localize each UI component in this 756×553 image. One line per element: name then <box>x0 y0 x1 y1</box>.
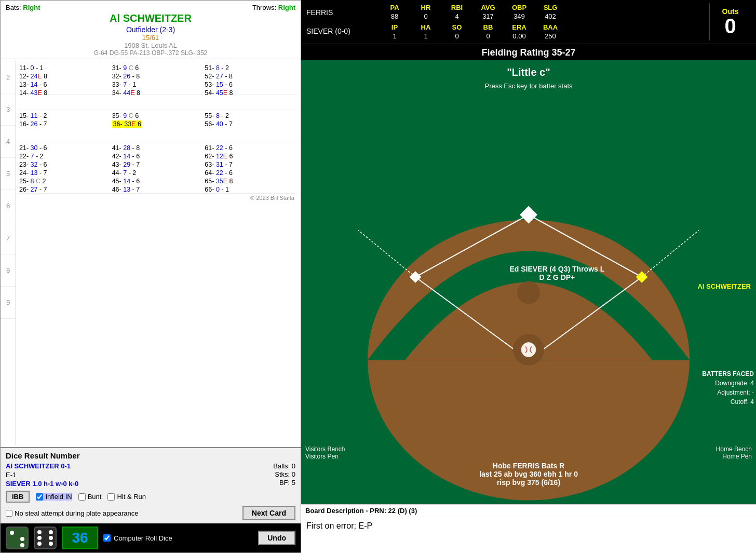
fielding-rating: Fielding Rating 35-27 <box>301 44 756 60</box>
error-line: E-1 <box>6 471 78 479</box>
computer-roll-toggle[interactable]: Computer Roll Dice <box>103 534 172 542</box>
row-num-4: 4 <box>1 126 16 158</box>
entry-42: 42- 14 - 6 <box>112 153 205 160</box>
board-desc-content: First on error; E-P <box>301 517 756 553</box>
infield-in-text: Infield IN <box>45 493 72 501</box>
player-name: Al SCHWEITZER <box>6 12 295 24</box>
dot <box>49 536 53 540</box>
row-num-5: 5 <box>1 158 16 190</box>
entry-25: 25- 8 C 2 <box>19 178 112 185</box>
pa-header: PA <box>379 3 410 12</box>
team2-name: SIEVER (0-0) <box>306 27 371 35</box>
no-steal-label[interactable]: No steal attempt during plate appearance <box>6 509 139 517</box>
field-container: "Little c" Press Esc key for batter stat… <box>301 60 756 504</box>
bats-info: Bats: Right <box>6 4 40 11</box>
hit-run-text: Hit & Run <box>117 493 146 501</box>
entry-44: 44- 7 - 2 <box>112 169 205 177</box>
dot <box>37 536 42 540</box>
player-card-num: 15/61 <box>6 34 295 42</box>
computer-roll-label: Computer Roll Dice <box>114 534 172 542</box>
row-num-9: 9 <box>1 287 16 319</box>
outs-box: Outs 0 <box>709 3 751 41</box>
infield-in-checkbox[interactable] <box>36 493 43 501</box>
entry-61: 61- 22 - 6 <box>205 144 298 152</box>
card-rows: 2 3 4 5 6 7 8 9 11- 0 - 1 12- 24E 8 13- … <box>1 59 301 447</box>
hit-run-label[interactable]: Hit & Run <box>107 493 146 501</box>
entry-66: 66- 0 - 1 <box>205 186 298 193</box>
card-col-15: 15- 11 - 2 16- 26 - 7 <box>19 112 112 128</box>
so-header: SO <box>441 23 473 32</box>
bf-count: BF: 5 <box>273 479 295 487</box>
die-2[interactable] <box>34 527 57 549</box>
dot <box>20 537 24 541</box>
bats-label: Bats: <box>6 4 21 11</box>
card-col-3: 51- 8 - 2 52- 27 - 8 53- 15 - 6 54- 45E … <box>205 64 298 97</box>
dot <box>37 542 42 546</box>
bunt-checkbox[interactable] <box>78 493 86 501</box>
schweitzer-line: Al SCHWEITZER 0-1 <box>6 462 78 470</box>
entry-24: 24- 13 - 7 <box>19 169 112 177</box>
computer-roll-checkbox[interactable] <box>103 534 111 542</box>
entry-33: 33- 7 - 1 <box>112 81 205 88</box>
rbi-header: RBI <box>441 3 473 12</box>
player-team: 1908 St. Louis AL <box>6 42 295 49</box>
siever-stats: IP HA SO BB ERA BAA 1 1 0 0 0.00 250 <box>379 23 709 41</box>
hr-header: HR <box>410 3 441 12</box>
ha-val: 1 <box>410 32 441 41</box>
die-1[interactable] <box>6 527 29 549</box>
dot <box>37 530 42 534</box>
entry-64: 64- 22 - 6 <box>205 169 298 177</box>
ibb-button[interactable]: IBB <box>6 491 30 503</box>
copyright: © 2023 Bill Staffa <box>19 194 298 202</box>
row-num-3: 3 <box>1 93 16 126</box>
bunt-label[interactable]: Bunt <box>78 493 102 501</box>
entry-45: 45- 14 - 6 <box>112 178 205 185</box>
entry-11: 11- 0 - 1 <box>19 64 112 72</box>
dice-result-box: 36 <box>62 527 98 549</box>
entry-23: 23- 32 - 6 <box>19 161 112 168</box>
hit-run-checkbox[interactable] <box>107 493 115 501</box>
infield-in-label[interactable]: Infield IN <box>36 493 72 501</box>
no-steal-checkbox[interactable] <box>6 510 12 517</box>
bb-header: BB <box>473 23 504 32</box>
slg-header: SLG <box>535 3 566 12</box>
era-val: 0.00 <box>504 32 535 41</box>
bunt-text: Bunt <box>88 493 102 501</box>
row-num-7: 7 <box>1 222 16 254</box>
undo-button[interactable]: Undo <box>258 531 295 545</box>
entry-35: 35- 9 C 6 <box>112 112 205 119</box>
entry-43: 43- 29 - 7 <box>112 161 205 168</box>
siever-line: SIEVER 1.0 h-1 w-0 k-0 <box>6 480 78 488</box>
left-panel: Bats: Right Throws: Right Al SCHWEITZER … <box>0 0 301 553</box>
era-header: ERA <box>504 23 535 32</box>
card-row-2: 11- 0 - 1 12- 24E 8 13- 14 - 6 14- 43E 8… <box>19 62 298 95</box>
throws-label: Throws: <box>252 4 276 11</box>
card-col-41: 41- 28 - 8 42- 14 - 6 43- 29 - 7 44- 7 -… <box>112 144 205 193</box>
obp-val: 349 <box>504 12 535 21</box>
entry-41: 41- 28 - 8 <box>112 144 205 152</box>
slg-val: 402 <box>535 12 566 21</box>
dot <box>20 543 24 547</box>
card-col-55: 55- 8 - 2 56- 40 - 7 <box>205 112 298 128</box>
entry-12: 12- 24E 8 <box>19 73 112 80</box>
dot <box>10 531 14 535</box>
entry-52: 52- 27 - 8 <box>205 73 298 80</box>
ip-val: 1 <box>379 32 410 41</box>
throws-info: Throws: Right <box>252 4 295 11</box>
next-card-button[interactable]: Next Card <box>242 506 295 520</box>
entry-55: 55- 8 - 2 <box>205 112 298 119</box>
row-num-2: 2 <box>1 61 16 93</box>
entry-62: 62- 12E 6 <box>205 153 298 160</box>
dice-result-details: Al SCHWEITZER 0-1 E-1 SIEVER 1.0 h-1 w-0… <box>6 462 295 488</box>
baa-val: 250 <box>535 32 566 41</box>
obp-header: OBP <box>504 3 535 12</box>
scoreboard: FERRIS SIEVER (0-0) PA HR RBI AVG OBP SL… <box>301 0 756 44</box>
entry-51: 51- 8 - 2 <box>205 64 298 72</box>
entry-15: 15- 11 - 2 <box>19 112 112 119</box>
avg-header: AVG <box>473 3 504 12</box>
pa-val: 88 <box>379 12 410 21</box>
outs-value: 0 <box>724 16 736 36</box>
entry-65: 65- 35E 8 <box>205 178 298 185</box>
hr-val: 0 <box>410 12 441 21</box>
rbi-val: 4 <box>441 12 473 21</box>
